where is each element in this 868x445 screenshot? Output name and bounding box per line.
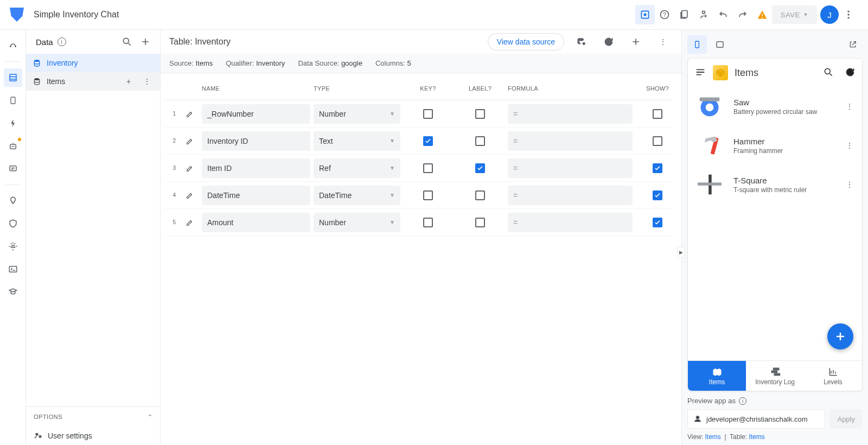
formula-input[interactable]: = xyxy=(508,213,633,232)
checkbox[interactable] xyxy=(423,109,433,119)
checkbox[interactable] xyxy=(475,218,485,227)
rail-chat-icon[interactable] xyxy=(4,160,22,178)
view-link[interactable]: Items xyxy=(705,433,720,441)
row-number: 5 xyxy=(165,219,178,225)
rail-home-icon[interactable] xyxy=(4,36,22,55)
sync-settings-icon[interactable] xyxy=(572,32,591,52)
refresh-icon[interactable] xyxy=(845,67,856,79)
column-name-input[interactable]: Amount xyxy=(202,213,310,232)
svg-rect-38 xyxy=(771,371,777,372)
item-more-icon[interactable]: ⋮ xyxy=(843,180,857,189)
undo-icon[interactable] xyxy=(713,5,733,24)
edit-icon[interactable] xyxy=(181,110,199,118)
save-button[interactable]: SAVE▼ xyxy=(772,5,817,24)
rail-views-icon[interactable] xyxy=(4,91,22,110)
edit-icon[interactable] xyxy=(181,218,199,227)
edit-icon[interactable] xyxy=(181,191,199,200)
add-column-icon[interactable] xyxy=(626,32,646,52)
column-name-input[interactable]: Item ID xyxy=(202,158,310,178)
formula-input[interactable]: = xyxy=(508,158,633,178)
checkbox[interactable] xyxy=(653,190,662,200)
table-link[interactable]: Items xyxy=(749,433,764,441)
rail-learn-icon[interactable] xyxy=(4,283,22,301)
nav-tab[interactable]: Items xyxy=(688,361,746,391)
checkbox[interactable] xyxy=(653,163,662,173)
list-item[interactable]: T-SquareT-square with metric ruler ⋮ xyxy=(688,165,862,204)
search-icon[interactable] xyxy=(823,67,834,79)
collapse-preview-icon[interactable]: ▶ xyxy=(677,247,685,258)
open-preview-icon[interactable] xyxy=(843,35,863,54)
menu-icon[interactable] xyxy=(694,66,706,80)
column-type-select[interactable]: Ref▼ xyxy=(314,158,400,178)
versions-icon[interactable] xyxy=(674,5,694,24)
rail-settings-icon[interactable] xyxy=(4,237,22,256)
column-name-input[interactable]: _RowNumber xyxy=(202,104,310,124)
table-item-items[interactable]: Items + ⋮ xyxy=(26,72,160,91)
phone-preview-tab[interactable] xyxy=(687,35,707,54)
checkbox[interactable] xyxy=(423,163,433,173)
checkbox[interactable] xyxy=(653,136,662,146)
preview-email-input[interactable]: jdeveloper@christianschalk.com xyxy=(687,409,825,429)
list-item[interactable]: SawBattery powered circular saw ⋮ xyxy=(688,87,862,126)
checkbox[interactable] xyxy=(423,136,433,146)
table-item-inventory[interactable]: Inventory xyxy=(26,54,160,72)
info-icon[interactable]: i xyxy=(739,397,746,405)
rail-actions-icon[interactable] xyxy=(4,114,22,132)
user-avatar[interactable]: J xyxy=(820,5,839,24)
rail-intelligence-icon[interactable] xyxy=(4,192,22,210)
info-icon[interactable]: i xyxy=(58,37,66,46)
formula-input[interactable]: = xyxy=(508,104,633,124)
redo-icon[interactable] xyxy=(733,5,752,24)
search-icon[interactable] xyxy=(120,35,134,49)
options-header[interactable]: OPTIONS ⌃ xyxy=(26,407,160,427)
add-table-icon[interactable] xyxy=(138,35,152,49)
nav-tab[interactable]: Levels xyxy=(804,361,862,391)
svg-text:?: ? xyxy=(663,11,666,18)
item-more-icon[interactable]: ⋮ xyxy=(843,141,857,150)
column-name-input[interactable]: DateTime xyxy=(202,186,310,205)
apply-button[interactable]: Apply xyxy=(829,409,863,429)
svg-rect-7 xyxy=(762,17,763,18)
column-type-select[interactable]: Number▼ xyxy=(314,104,400,124)
rail-automation-icon[interactable] xyxy=(4,137,22,155)
svg-point-24 xyxy=(36,433,38,435)
checkbox[interactable] xyxy=(475,109,485,119)
tablet-preview-tab[interactable] xyxy=(710,35,730,54)
share-icon[interactable] xyxy=(694,5,713,24)
column-type-select[interactable]: Text▼ xyxy=(314,131,400,151)
column-type-select[interactable]: DateTime▼ xyxy=(314,186,400,205)
column-type-select[interactable]: Number▼ xyxy=(314,213,400,232)
view-data-source-button[interactable]: View data source xyxy=(488,33,564,50)
fab-add-button[interactable] xyxy=(827,323,853,349)
svg-point-1 xyxy=(643,14,646,16)
help-icon[interactable]: ? xyxy=(655,5,674,24)
edit-icon[interactable] xyxy=(181,164,199,173)
checkbox[interactable] xyxy=(475,136,485,146)
user-settings-row[interactable]: User settings xyxy=(26,427,160,445)
nav-tab[interactable]: Inventory Log xyxy=(746,361,804,391)
warning-icon[interactable] xyxy=(752,5,772,24)
add-icon[interactable]: + xyxy=(122,77,135,86)
refresh-icon[interactable] xyxy=(599,32,618,52)
rail-data-icon[interactable] xyxy=(4,68,22,87)
checkbox[interactable] xyxy=(475,190,485,200)
rail-security-icon[interactable] xyxy=(4,214,22,233)
overflow-icon[interactable] xyxy=(839,5,858,24)
checkbox[interactable] xyxy=(653,109,662,119)
checkbox[interactable] xyxy=(423,218,433,227)
assistant-icon[interactable] xyxy=(635,5,655,24)
item-more-icon[interactable]: ⋮ xyxy=(843,102,857,111)
formula-input[interactable]: = xyxy=(508,186,633,205)
list-item[interactable]: HammerFraming hammer ⋮ xyxy=(688,126,862,165)
more-icon[interactable]: ⋮ xyxy=(141,77,154,86)
rail-manage-icon[interactable] xyxy=(4,260,22,278)
svg-rect-28 xyxy=(695,41,699,48)
checkbox[interactable] xyxy=(653,218,662,227)
edit-icon[interactable] xyxy=(181,137,199,145)
formula-input[interactable]: = xyxy=(508,131,633,151)
checkbox[interactable] xyxy=(423,190,433,200)
checkbox[interactable] xyxy=(475,163,485,173)
table-item-label: Inventory xyxy=(47,59,78,67)
more-icon[interactable]: ⋮ xyxy=(653,32,673,52)
column-name-input[interactable]: Inventory ID xyxy=(202,131,310,151)
